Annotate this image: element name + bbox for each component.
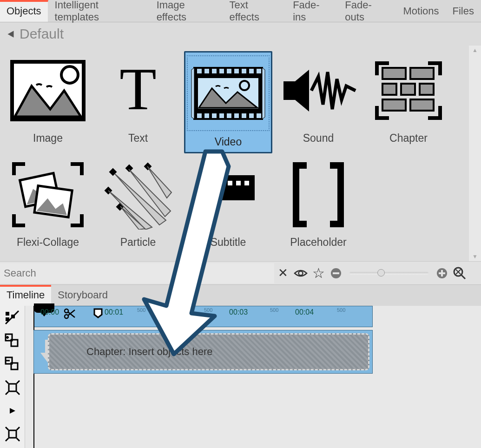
svg-rect-16: [204, 113, 209, 118]
svg-rect-21: [242, 113, 246, 118]
tab-files[interactable]: Files: [446, 0, 481, 22]
svg-rect-28: [382, 84, 396, 95]
object-particle[interactable]: Particle: [94, 155, 182, 257]
ruler-mark: 00:00: [40, 308, 59, 316]
svg-rect-50: [441, 270, 443, 277]
svg-rect-64: [9, 430, 16, 438]
play-button[interactable]: [3, 402, 22, 420]
tab-timeline[interactable]: Timeline: [0, 285, 51, 306]
scrollbar[interactable]: ▲ ▼: [469, 46, 481, 261]
tab-fade-ins[interactable]: Fade-ins: [286, 0, 338, 22]
svg-rect-36: [125, 165, 133, 172]
object-text[interactable]: T Text: [94, 51, 182, 153]
object-flexi-collage[interactable]: Flexi-Collage: [4, 155, 92, 257]
play-icon: [9, 407, 16, 415]
object-label: Video: [215, 136, 242, 148]
category-header[interactable]: Default: [0, 22, 481, 46]
svg-rect-10: [227, 69, 231, 73]
fit-all-button[interactable]: [3, 425, 22, 443]
svg-rect-47: [333, 272, 339, 274]
remove-track-button[interactable]: [3, 355, 22, 374]
svg-rect-6: [197, 69, 202, 73]
tab-text-effects[interactable]: Text effects: [223, 0, 287, 22]
svg-rect-29: [401, 84, 415, 95]
visibility-button[interactable]: [292, 264, 310, 282]
object-label: Sound: [303, 132, 334, 145]
zoom-fit-button[interactable]: [451, 264, 468, 282]
plus-icon: [436, 267, 448, 279]
object-video[interactable]: Video: [184, 51, 272, 153]
video-icon: [187, 55, 270, 131]
tab-intelligent-templates[interactable]: Intelligent templates: [48, 0, 150, 22]
collapse-icon: [8, 31, 14, 37]
tab-objects[interactable]: Objects: [0, 0, 48, 22]
object-label: Chapter: [389, 132, 428, 145]
tab-fade-outs[interactable]: Fade-outs: [338, 0, 396, 22]
zoom-in-button[interactable]: [433, 264, 451, 282]
timeline-track[interactable]: Chapter: Insert objects here: [33, 330, 373, 374]
svg-text:T: T: [119, 58, 156, 122]
timeline-panel: 00:00 00:01 00:03 00:04 500 500 500 500 …: [0, 306, 481, 448]
close-icon: ✕: [278, 266, 288, 280]
fit-out-icon: [5, 426, 20, 442]
sound-icon: [277, 51, 360, 130]
svg-rect-42: [228, 181, 232, 185]
ruler-mark: 00:01: [105, 308, 123, 316]
svg-rect-41: [219, 181, 224, 185]
scroll-up-icon[interactable]: ▲: [469, 46, 481, 55]
fit-in-icon: [5, 380, 20, 395]
tab-storyboard[interactable]: Storyboard: [51, 285, 114, 306]
search-input[interactable]: [0, 263, 274, 283]
clear-search-button[interactable]: ✕: [274, 264, 292, 282]
effects-toggle-button[interactable]: [3, 309, 22, 327]
remove-icon: [5, 356, 20, 372]
svg-rect-26: [382, 68, 406, 79]
subtitle-icon: [186, 155, 270, 234]
favorite-button[interactable]: ☆: [310, 264, 327, 282]
svg-rect-13: [249, 69, 254, 73]
scroll-down-icon[interactable]: ▼: [469, 252, 481, 261]
object-chapter[interactable]: Chapter: [364, 51, 453, 153]
object-image[interactable]: Image: [4, 51, 92, 153]
object-label: Image: [33, 132, 63, 145]
object-sound[interactable]: Sound: [274, 51, 362, 153]
timeline-tabs: Timeline Storyboard: [0, 284, 481, 306]
toolbar: ✕ ☆: [0, 261, 481, 284]
svg-rect-14: [257, 69, 261, 73]
particle-icon: [96, 155, 180, 234]
ruler-subtick: 500: [204, 307, 212, 313]
insert-track-button[interactable]: [3, 332, 22, 350]
svg-rect-17: [212, 113, 217, 118]
svg-rect-9: [219, 69, 224, 73]
svg-rect-23: [257, 113, 261, 118]
slider-thumb[interactable]: [377, 269, 385, 277]
svg-point-25: [240, 81, 249, 90]
svg-point-45: [299, 271, 303, 275]
svg-rect-18: [219, 113, 224, 118]
zoom-out-button[interactable]: [327, 264, 345, 282]
object-label: Placeholder: [290, 236, 346, 249]
tab-image-effects[interactable]: Image effects: [150, 0, 223, 22]
fit-selection-button[interactable]: [3, 378, 22, 397]
object-placeholder[interactable]: Placeholder: [274, 155, 362, 257]
timeline-ruler[interactable]: 00:00 00:01 00:03 00:04 500 500 500 500: [33, 306, 373, 327]
svg-rect-20: [234, 113, 239, 118]
svg-rect-19: [227, 113, 231, 118]
zoom-slider[interactable]: [349, 272, 428, 275]
object-label: Flexi-Collage: [17, 236, 79, 249]
ruler-subtick: 500: [137, 307, 145, 313]
minus-icon: [330, 267, 342, 279]
marker-icon[interactable]: [92, 308, 104, 318]
ruler-subtick: 500: [270, 307, 278, 313]
svg-rect-43: [236, 181, 241, 185]
object-label: Text: [128, 132, 148, 145]
svg-rect-27: [410, 68, 434, 79]
track-hint: Chapter: Insert objects here: [86, 346, 212, 358]
svg-rect-31: [382, 99, 406, 111]
tab-motions[interactable]: Motions: [397, 0, 446, 22]
track-dropzone[interactable]: Chapter: Insert objects here: [48, 333, 369, 370]
timeline-toolbar: [0, 306, 25, 448]
timeline-area[interactable]: 00:00 00:01 00:03 00:04 500 500 500 500 …: [25, 306, 481, 448]
object-subtitle[interactable]: Subtitle: [184, 155, 272, 257]
scissors-icon[interactable]: [64, 308, 77, 319]
